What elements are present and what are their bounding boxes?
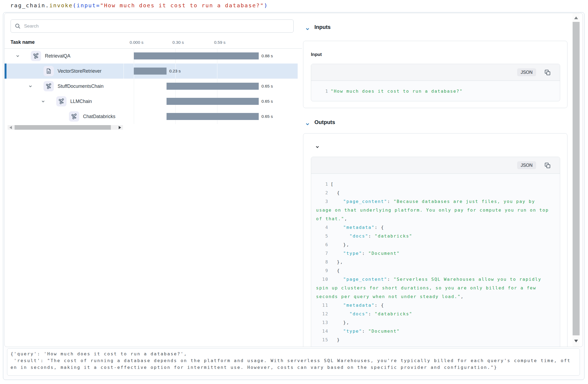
line-number: 11 <box>316 301 328 310</box>
code-line: 7 "type": "Document" <box>316 249 560 258</box>
line-number: 13 <box>316 318 328 327</box>
code-line: 3 "page_content": "Because databases are… <box>316 197 560 206</box>
copy-button[interactable] <box>544 69 551 76</box>
scroll-down-arrow-icon[interactable] <box>574 340 578 342</box>
code-token: : <box>387 277 393 282</box>
task-row-label: ChatDatabricks <box>83 114 115 119</box>
line-number: 9 <box>316 266 328 275</box>
expand-chevron-icon[interactable] <box>41 99 45 103</box>
code-line-continuation: of that.", <box>316 215 560 223</box>
gantt-bar[interactable] <box>167 83 259 90</box>
scroll-up-arrow-icon[interactable] <box>574 16 578 19</box>
chain-icon <box>44 81 54 91</box>
task-name-cell: VectorStoreRetriever <box>5 64 123 79</box>
code-token: }, <box>343 242 350 247</box>
code-line: 4 "metadata": { <box>316 223 560 232</box>
line-number: 8 <box>316 258 328 266</box>
gantt-gridline <box>134 94 134 109</box>
line-number: 16 <box>316 344 328 347</box>
line-number: 3 <box>316 197 328 206</box>
code-line: 5 "docs": "databricks" <box>316 232 560 241</box>
input-code-body: 1"How much does it cost to run a databas… <box>311 81 560 101</box>
task-row-stuffdocumentschain[interactable]: StuffDocumentsChain0.65 s <box>5 79 298 94</box>
search-icon <box>15 23 21 29</box>
task-row-label: RetrievalQA <box>45 53 70 59</box>
task-row-label: VectorStoreRetriever <box>58 68 101 74</box>
horizontal-scrollbar[interactable] <box>8 125 123 130</box>
scroll-right-arrow-icon[interactable] <box>119 126 121 129</box>
code-token: "databricks" <box>375 311 413 316</box>
code-line: 2 { <box>316 189 560 197</box>
time-tick-label: 0.000 s <box>130 40 144 45</box>
chevron-placeholder <box>54 114 58 119</box>
task-row-label: StuffDocumentsChain <box>58 84 104 89</box>
output-code-body: 1[2 {3 "page_content": "Because database… <box>311 174 560 347</box>
line-number: 12 <box>316 310 328 318</box>
task-name-header: Task name <box>11 39 35 45</box>
code-token: "Document" <box>368 251 400 256</box>
result-line: {'query': 'How much does it cost to run … <box>11 350 576 357</box>
code-token: "type" <box>343 251 362 256</box>
outputs-collapse-chevron-icon[interactable] <box>305 122 310 127</box>
code-token: "metadata" <box>343 225 375 230</box>
gantt-gridline <box>134 79 134 94</box>
line-number: 15 <box>316 336 328 344</box>
code-token: }, <box>337 259 343 265</box>
code-token: of that." <box>316 216 344 221</box>
search-input[interactable] <box>24 24 293 29</box>
expand-chevron-icon[interactable] <box>28 84 33 88</box>
task-row-label: LLMChain <box>70 99 92 104</box>
vertical-scrollbar-thumb[interactable] <box>573 22 580 335</box>
code-token: "type" <box>343 329 362 334</box>
code-line: 14 "type": "Document" <box>316 327 560 336</box>
gantt-bar[interactable] <box>167 113 259 120</box>
code-line-continuation: spin up clusters for short durations, so… <box>316 284 560 292</box>
output-card: JSON 1[2 {3 "page_content": "Because dat… <box>303 133 567 347</box>
outputs-section-title[interactable]: Outputs <box>314 119 335 125</box>
code-token: = <box>96 2 100 9</box>
trace-panel: Task name 0.000 s0.30 s0.59 s RetrievalQ… <box>4 13 583 347</box>
gantt-gridline <box>124 64 124 79</box>
code-token: "metadata" <box>343 303 375 308</box>
duration-label: 0.88 s <box>261 48 273 64</box>
scroll-left-arrow-icon[interactable] <box>9 126 12 129</box>
task-row-llmchain[interactable]: LLMChain0.65 s <box>5 94 298 109</box>
expand-chevron-icon[interactable] <box>16 54 20 58</box>
code-line: 15 } <box>316 336 560 344</box>
code-line: 8 }, <box>316 258 560 266</box>
code-line: 9 { <box>316 266 560 275</box>
task-row-chatdatabricks[interactable]: ChatDatabricks0.65 s <box>5 109 298 124</box>
notebook-output-wrapper: Task name 0.000 s0.30 s0.59 s RetrievalQ… <box>3 12 584 380</box>
code-token: : <box>368 233 375 239</box>
inputs-section-title[interactable]: Inputs <box>314 24 331 30</box>
duration-label: 0.65 s <box>261 79 273 94</box>
task-row-vectorstoreretriever[interactable]: VectorStoreRetriever0.23 s <box>5 64 298 79</box>
inputs-collapse-chevron-icon[interactable] <box>305 27 310 32</box>
code-token: : <box>368 311 375 316</box>
gantt-bar[interactable] <box>134 68 167 75</box>
code-line: 16] <box>316 344 560 347</box>
json-format-badge[interactable]: JSON <box>517 161 536 169</box>
copy-button[interactable] <box>544 162 551 169</box>
vertical-scrollbar[interactable] <box>573 13 580 347</box>
output-collapse-chevron-icon[interactable] <box>315 145 320 149</box>
code-token: ) <box>264 2 268 9</box>
gantt-bar[interactable] <box>134 52 259 59</box>
code-line: 13 }, <box>316 318 560 327</box>
code-token: "page_content" <box>343 199 387 204</box>
line-number: 1 <box>316 87 328 96</box>
input-field-label: Input <box>311 52 322 57</box>
chain-icon <box>56 96 67 106</box>
task-name-cell: LLMChain <box>5 94 123 109</box>
task-name-cell: ChatDatabricks <box>5 109 123 124</box>
json-format-badge[interactable]: JSON <box>517 68 536 76</box>
horizontal-scrollbar-thumb[interactable] <box>15 125 111 130</box>
task-row-retrievalqa[interactable]: RetrievalQA0.88 s <box>5 48 298 64</box>
code-token: seconds per query when not under steady … <box>316 294 461 299</box>
code-token: input <box>77 2 96 9</box>
code-token: , <box>461 294 464 299</box>
code-line-continuation: seconds per query when not under steady … <box>316 292 560 301</box>
code-line: 11 "metadata": { <box>316 301 560 310</box>
notebook-code-line: rag_chain.invoke(input="How much does it… <box>10 2 268 9</box>
gantt-bar[interactable] <box>167 98 259 105</box>
